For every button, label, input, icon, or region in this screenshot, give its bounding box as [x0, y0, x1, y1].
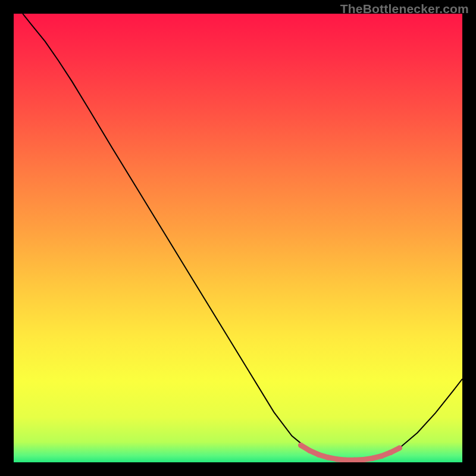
optimal-zone-marker	[298, 443, 402, 462]
attribution-text: TheBottlenecker.com	[340, 2, 469, 16]
plot-area	[14, 14, 462, 462]
bottleneck-curve	[23, 14, 462, 460]
chart-frame: TheBottlenecker.com	[0, 0, 476, 476]
chart-svg	[14, 14, 462, 462]
svg-line-23	[390, 448, 399, 453]
